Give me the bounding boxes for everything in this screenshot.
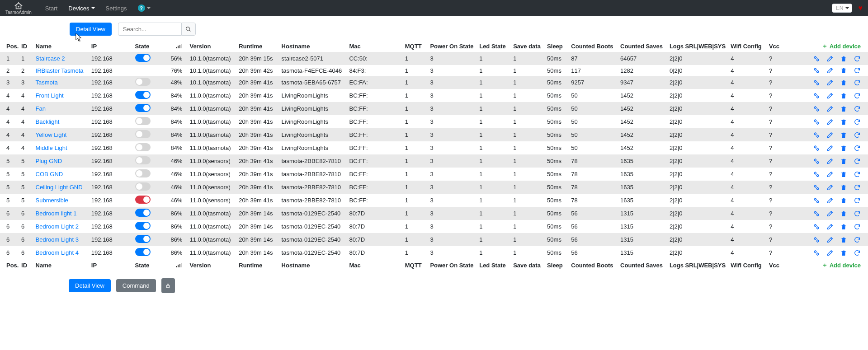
col-pos[interactable]: Pos. xyxy=(0,259,19,271)
search-button[interactable] xyxy=(181,23,196,36)
col-runtime[interactable]: Runtime xyxy=(236,40,278,52)
col-id[interactable]: ID xyxy=(19,40,33,52)
col-logs[interactable]: Logs SRL|WEB|SYS xyxy=(667,40,728,52)
delete-icon[interactable] xyxy=(840,223,847,230)
col-wifi[interactable]: Wifi Config xyxy=(728,259,766,271)
power-toggle[interactable] xyxy=(135,156,151,164)
refresh-icon[interactable] xyxy=(854,79,861,86)
power-toggle[interactable] xyxy=(135,104,151,112)
device-name-link[interactable]: Bedroom Light 2 xyxy=(36,223,79,230)
refresh-icon[interactable] xyxy=(854,223,861,230)
device-name-link[interactable]: Middle Light xyxy=(36,145,67,151)
refresh-icon[interactable] xyxy=(854,131,861,139)
power-toggle[interactable] xyxy=(135,196,151,204)
delete-icon[interactable] xyxy=(840,158,847,165)
col-wifi[interactable]: Wifi Config xyxy=(728,40,766,52)
col-version[interactable]: Version xyxy=(187,259,236,271)
edit-icon[interactable] xyxy=(826,223,834,230)
col-state[interactable]: State xyxy=(132,40,162,52)
edit-icon[interactable] xyxy=(826,249,834,257)
col-led[interactable]: Led State xyxy=(476,40,510,52)
col-boots[interactable]: Counted Boots xyxy=(568,40,618,52)
device-name-link[interactable]: Fan xyxy=(36,105,46,112)
col-mac[interactable]: Mac xyxy=(346,259,402,271)
device-name-link[interactable]: Submersible xyxy=(36,197,68,204)
config-icon[interactable] xyxy=(813,210,820,217)
config-icon[interactable] xyxy=(813,249,820,257)
edit-icon[interactable] xyxy=(826,145,834,152)
edit-icon[interactable] xyxy=(826,118,834,126)
col-signal[interactable] xyxy=(162,259,187,271)
power-toggle[interactable] xyxy=(135,169,151,177)
refresh-icon[interactable] xyxy=(854,92,861,99)
col-runtime[interactable]: Runtime xyxy=(236,259,278,271)
col-hostname[interactable]: Hostname xyxy=(279,259,347,271)
col-sleep[interactable]: Sleep xyxy=(544,259,568,271)
delete-icon[interactable] xyxy=(840,184,847,191)
col-hostname[interactable]: Hostname xyxy=(279,40,347,52)
add-device-button[interactable]: ＋Add device xyxy=(822,261,861,269)
nav-devices[interactable]: Devices xyxy=(63,5,100,12)
device-name-link[interactable]: Front Light xyxy=(36,92,64,99)
command-button[interactable]: Command xyxy=(116,279,156,292)
edit-icon[interactable] xyxy=(826,197,834,204)
config-icon[interactable] xyxy=(813,145,820,152)
config-icon[interactable] xyxy=(813,184,820,191)
col-boots[interactable]: Counted Boots xyxy=(568,259,618,271)
col-sleep[interactable]: Sleep xyxy=(544,40,568,52)
config-icon[interactable] xyxy=(813,79,820,86)
col-ip[interactable]: IP xyxy=(89,40,132,52)
edit-icon[interactable] xyxy=(826,171,834,178)
edit-icon[interactable] xyxy=(826,55,834,62)
config-icon[interactable] xyxy=(813,223,820,230)
edit-icon[interactable] xyxy=(826,105,834,112)
col-ip[interactable]: IP xyxy=(89,259,132,271)
refresh-icon[interactable] xyxy=(854,184,861,191)
power-toggle[interactable] xyxy=(135,209,151,217)
refresh-icon[interactable] xyxy=(854,118,861,126)
col-vcc[interactable]: Vcc xyxy=(766,40,797,52)
device-name-link[interactable]: Staircase 2 xyxy=(36,55,65,62)
delete-icon[interactable] xyxy=(840,105,847,112)
device-name-link[interactable]: Bedroom Light 4 xyxy=(36,249,79,256)
col-name[interactable]: Name xyxy=(33,40,89,52)
power-toggle[interactable] xyxy=(135,54,151,62)
nav-settings[interactable]: Settings xyxy=(100,5,132,12)
col-signal[interactable] xyxy=(162,40,187,52)
col-save[interactable]: Save data xyxy=(510,259,544,271)
col-saves[interactable]: Counted Saves xyxy=(618,259,667,271)
edit-icon[interactable] xyxy=(826,184,834,191)
config-icon[interactable] xyxy=(813,105,820,112)
device-name-link[interactable]: Tasmota xyxy=(36,79,58,86)
device-name-link[interactable]: Bedroom light 1 xyxy=(36,210,77,217)
device-name-link[interactable]: Backlight xyxy=(36,118,60,125)
device-name-link[interactable]: Yellow Light xyxy=(36,131,67,138)
refresh-icon[interactable] xyxy=(854,249,861,257)
power-toggle[interactable] xyxy=(135,143,151,151)
refresh-icon[interactable] xyxy=(854,105,861,112)
power-toggle[interactable] xyxy=(135,130,151,138)
config-icon[interactable] xyxy=(813,67,820,74)
col-mqtt[interactable]: MQTT xyxy=(402,259,428,271)
edit-icon[interactable] xyxy=(826,92,834,99)
config-icon[interactable] xyxy=(813,92,820,99)
refresh-icon[interactable] xyxy=(854,158,861,165)
refresh-icon[interactable] xyxy=(854,236,861,243)
power-toggle[interactable] xyxy=(135,248,151,256)
edit-icon[interactable] xyxy=(826,210,834,217)
delete-icon[interactable] xyxy=(840,210,847,217)
device-name-link[interactable]: Plug GND xyxy=(36,158,62,164)
col-save[interactable]: Save data xyxy=(510,40,544,52)
edit-icon[interactable] xyxy=(826,236,834,243)
col-led[interactable]: Led State xyxy=(476,259,510,271)
power-toggle[interactable] xyxy=(135,182,151,191)
refresh-icon[interactable] xyxy=(854,67,861,74)
edit-icon[interactable] xyxy=(826,67,834,74)
delete-icon[interactable] xyxy=(840,67,847,74)
device-name-link[interactable]: Ceiling Light GND xyxy=(36,184,83,191)
brand-logo[interactable]: TasmoAdmin xyxy=(5,2,32,15)
refresh-icon[interactable] xyxy=(854,55,861,62)
add-device-button[interactable]: ＋Add device xyxy=(822,42,861,50)
config-icon[interactable] xyxy=(813,118,820,126)
power-toggle[interactable] xyxy=(135,117,151,125)
